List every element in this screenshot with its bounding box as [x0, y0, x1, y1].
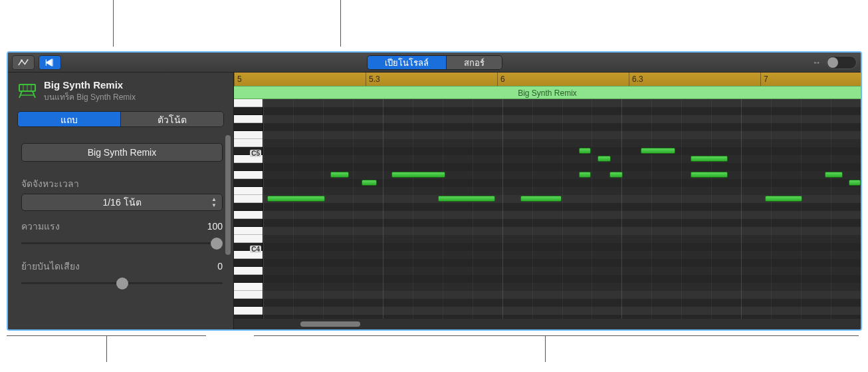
region-header: Big Synth Remix บนแทร็ค Big Synth Remix [8, 73, 233, 108]
quantize-value: 1/16 โน้ต [102, 195, 141, 210]
note-grid[interactable] [263, 99, 861, 319]
midi-note[interactable] [597, 156, 611, 162]
midi-note[interactable] [579, 148, 591, 154]
automation-tool-button[interactable] [12, 55, 35, 70]
chevron-updown-icon: ▲▼ [211, 196, 217, 208]
piano-keyboard[interactable]: C5C4 [234, 99, 263, 319]
region-strip[interactable]: Big Synth Remix [234, 86, 861, 99]
midi-note[interactable] [520, 196, 562, 202]
instrument-icon [17, 83, 37, 99]
horizontal-scrollbar[interactable] [234, 319, 861, 329]
midi-note[interactable] [362, 180, 376, 186]
strength-value: 100 [207, 221, 223, 232]
region-subtitle: บนแทร็ค Big Synth Remix [44, 91, 136, 103]
inspector-panel: Big Synth Remix บนแทร็ค Big Synth Remix … [8, 73, 234, 329]
octave-label: C4 [250, 246, 261, 253]
svg-line-7 [33, 91, 35, 98]
midi-note[interactable] [641, 148, 675, 154]
inspector-mode-tabs: แถบ ตัวโน้ต [17, 111, 224, 127]
piano-roll-area: 55.366.37 Big Synth Remix C5C4 [234, 73, 861, 329]
midi-note[interactable] [609, 172, 623, 178]
midi-note[interactable] [438, 196, 495, 202]
region-name-field[interactable]: Big Synth Remix [21, 143, 223, 162]
transpose-label: ย้ายบันไดเสียง [21, 259, 80, 274]
midi-note[interactable] [849, 180, 861, 186]
midi-note[interactable] [825, 172, 843, 178]
quantize-select[interactable]: 1/16 โน้ต ▲▼ [21, 194, 223, 211]
catch-tool-button[interactable] [39, 55, 61, 70]
tab-region[interactable]: แถบ [17, 111, 120, 127]
view-mode-tabs: เปียโนโรลล์ สกอร์ [367, 55, 502, 70]
callout-line [545, 335, 546, 362]
ruler-tick: 6.3 [629, 73, 643, 86]
transpose-value: 0 [217, 261, 223, 272]
horizontal-zoom-icon: ↔ [812, 57, 821, 67]
midi-note[interactable] [330, 172, 350, 178]
midi-note[interactable] [267, 196, 324, 202]
svg-line-6 [19, 91, 22, 98]
strength-label: ความแรง [21, 219, 60, 234]
ruler-tick: 7 [760, 73, 768, 86]
callout-line [340, 0, 341, 47]
region-title: Big Synth Remix [44, 79, 136, 91]
editor-toolbar: เปียโนโรลล์ สกอร์ ↔ [8, 53, 861, 73]
strength-slider[interactable] [21, 236, 223, 250]
ruler-tick: 5.3 [366, 73, 380, 86]
tab-pianoroll[interactable]: เปียโนโรลล์ [367, 55, 446, 70]
midi-note[interactable] [765, 196, 802, 202]
auto-zoom-toggle[interactable] [826, 56, 857, 69]
svg-point-0 [21, 59, 23, 61]
callout-line [106, 335, 107, 362]
midi-note[interactable] [691, 172, 728, 178]
midi-note[interactable] [691, 156, 728, 162]
inspector-scrollbar[interactable] [224, 132, 232, 329]
callout-line [113, 0, 114, 47]
tab-notes[interactable]: ตัวโน้ต [120, 111, 224, 127]
tab-score[interactable]: สกอร์ [446, 55, 502, 70]
time-ruler[interactable]: 55.366.37 [234, 73, 861, 86]
transpose-slider[interactable] [21, 276, 223, 289]
ruler-tick: 5 [234, 73, 242, 86]
callout-line [254, 335, 859, 336]
quantize-label: จัดจังหวะเวลา [21, 176, 223, 191]
midi-note[interactable] [391, 172, 445, 178]
editor-window: เปียโนโรลล์ สกอร์ ↔ Big Synth Remix บนแท… [7, 51, 862, 331]
ruler-tick: 6 [497, 73, 505, 86]
midi-note[interactable] [579, 172, 591, 178]
octave-label: C5 [250, 150, 261, 157]
